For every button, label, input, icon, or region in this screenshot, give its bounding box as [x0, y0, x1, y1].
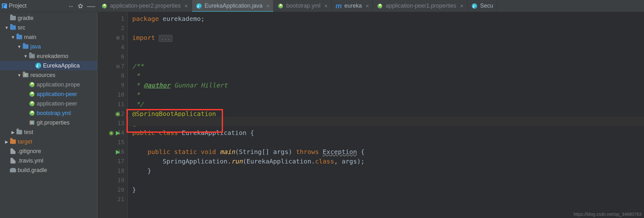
gear-icon[interactable]: ✿ — [78, 3, 83, 9]
tree-node[interactable]: java — [0, 42, 97, 51]
chevron-down-icon[interactable] — [23, 54, 28, 59]
spring-bean-icon[interactable]: ◉ — [115, 110, 120, 117]
svg-point-5 — [279, 7, 281, 8]
tree-node[interactable]: target — [0, 137, 97, 146]
tree-node[interactable]: test — [0, 127, 97, 137]
chevron-down-icon[interactable] — [16, 44, 22, 49]
folder-icon — [22, 44, 29, 49]
line-number[interactable]: 21 — [97, 195, 124, 204]
hide-icon[interactable]: — — [87, 2, 95, 10]
folder-icon — [9, 148, 16, 154]
project-toolwindow-header[interactable]: Project ↔ ✿ — — [0, 0, 97, 12]
editor-tab[interactable]: Secu — [468, 0, 497, 12]
tab-label: Secu — [480, 3, 493, 9]
close-icon[interactable]: × — [183, 3, 188, 9]
editor-tab[interactable]: application-peer1.properties× — [373, 0, 468, 12]
tree-label: java — [30, 43, 41, 50]
svg-rect-23 — [33, 122, 34, 124]
tab-label: bootstrap.yml — [286, 3, 320, 9]
svg-point-19 — [30, 114, 32, 115]
tree-label: build.gradle — [18, 167, 47, 174]
project-tree-panel[interactable]: gradlesrcmainjavaeurekademoEurekaApplica… — [0, 12, 97, 218]
tree-node[interactable]: eurekademo — [0, 51, 97, 61]
tree-label: .travis.yml — [18, 157, 43, 164]
spring-icon — [277, 3, 284, 9]
spring-icon — [101, 3, 108, 9]
spring-bean-icon[interactable]: ◉ — [109, 129, 114, 136]
tree-label: .gitignore — [18, 148, 41, 155]
editor-tab[interactable]: bootstrap.yml× — [274, 0, 332, 12]
svg-point-9 — [475, 7, 477, 8]
tree-node[interactable]: .gitignore — [0, 146, 97, 156]
tree-label: application-peer — [37, 100, 77, 107]
editor-tab[interactable]: EurekaApplication.java× — [192, 0, 274, 12]
java-icon — [471, 3, 478, 9]
folder-icon — [9, 139, 16, 144]
folder-icon — [9, 158, 16, 164]
tree-node[interactable]: src — [0, 23, 97, 32]
tab-label: application-peer1.properties — [386, 3, 456, 9]
folder-icon — [9, 168, 16, 172]
tree-label: resources — [30, 72, 55, 79]
line-number[interactable]: 20 — [97, 185, 124, 195]
svg-point-3 — [199, 7, 201, 8]
line-number[interactable]: 19 — [97, 176, 124, 185]
tree-label: application.prope — [37, 81, 80, 88]
tree-node[interactable]: build.gradle — [0, 165, 97, 175]
tree-node[interactable]: main — [0, 32, 97, 42]
watermark: https://blog.csdn.net/qq_34680763 — [573, 212, 641, 217]
folder-icon — [22, 73, 29, 77]
tree-label: src — [18, 24, 25, 31]
fold-icon[interactable]: ⊞ — [116, 35, 120, 40]
tree-node[interactable]: .travis.yml — [0, 156, 97, 165]
close-icon[interactable]: × — [364, 3, 369, 9]
chevron-right-icon[interactable] — [10, 130, 16, 135]
spring-icon — [28, 91, 35, 98]
gitprops-icon — [28, 119, 35, 126]
line-number[interactable]: 18 — [97, 166, 124, 176]
tree-node[interactable]: resources — [0, 70, 97, 80]
tree-node[interactable]: EurekaApplica — [0, 61, 97, 70]
tree-node[interactable]: application-peer — [0, 89, 97, 99]
folder-icon — [28, 54, 35, 58]
close-icon[interactable]: × — [265, 3, 270, 9]
tree-node[interactable]: application-peer — [0, 99, 97, 108]
caret-line-highlight — [128, 117, 644, 126]
tab-label: EurekaApplication.java — [205, 3, 263, 9]
project-tree: gradlesrcmainjavaeurekademoEurekaApplica… — [0, 12, 97, 176]
tree-label: application-peer — [37, 91, 77, 98]
code-area[interactable]: package eurekademo; import ... /** * * @… — [128, 12, 644, 218]
tree-label: target — [18, 138, 32, 145]
close-icon[interactable]: × — [459, 3, 464, 9]
project-icon — [2, 3, 7, 9]
tree-node[interactable]: application.prope — [0, 80, 97, 89]
chevron-down-icon[interactable] — [4, 25, 9, 30]
run-gutter-icon[interactable]: ▶ — [116, 129, 120, 136]
chevron-down-icon[interactable] — [16, 73, 22, 78]
tree-label: main — [24, 34, 36, 41]
chevron-right-icon[interactable] — [4, 139, 9, 144]
editor-tab[interactable]: application-peer2.properties× — [97, 0, 192, 12]
svg-point-7 — [379, 7, 380, 8]
folder-icon — [16, 130, 23, 134]
svg-point-1 — [103, 7, 104, 8]
editor-tab[interactable]: meureka× — [332, 0, 373, 12]
tree-node[interactable]: git.properties — [0, 118, 97, 127]
chevron-down-icon[interactable] — [10, 35, 16, 40]
tree-node[interactable]: bootstrap.yml — [0, 108, 97, 118]
tree-label: bootstrap.yml — [37, 110, 71, 117]
close-icon[interactable]: × — [323, 3, 328, 9]
fold-ellipsis[interactable]: ... — [159, 35, 172, 42]
run-gutter-icon[interactable]: ▶ — [116, 148, 120, 155]
line-number[interactable]: 17 — [97, 157, 124, 166]
spring-icon — [377, 3, 383, 9]
tree-node[interactable]: gradle — [0, 13, 97, 23]
fold-icon[interactable]: ⊟ — [116, 64, 120, 69]
project-toolbar: ↔ ✿ — — [68, 2, 95, 10]
tab-label: application-peer2.properties — [110, 3, 181, 9]
editor[interactable]: 12346789101112131415161718192021 package… — [97, 12, 644, 218]
top-bar: Project ↔ ✿ — application-peer2.properti… — [0, 0, 644, 12]
expand-icon[interactable]: ↔ — [68, 3, 74, 9]
tree-label: git.properties — [37, 119, 70, 126]
tree-label: EurekaApplica — [43, 62, 80, 69]
